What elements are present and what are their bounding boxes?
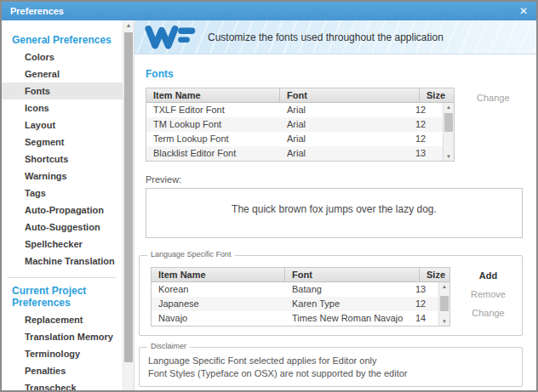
sidebar-item-fonts[interactable]: Fonts (2, 82, 123, 99)
column-header-item-name[interactable]: Item Name (152, 268, 285, 281)
table-cell: 14 (409, 311, 438, 326)
scroll-up-icon[interactable]: ▲ (439, 284, 449, 289)
sidebar-item-terminology[interactable]: Terminology (2, 345, 123, 362)
table-cell: Arial (280, 117, 409, 132)
language-table-header: Item Name Font Size (152, 268, 449, 282)
table-cell: 12 (409, 297, 438, 311)
fonts-table: Item Name Font Size TXLF Editor FontAria… (146, 88, 455, 162)
preferences-dialog: Preferences ✕ General Preferences Colors… (0, 0, 538, 392)
table-cell: Japanese (152, 297, 285, 311)
table-row[interactable]: Term Lookup FontArial12 (146, 132, 443, 146)
table-cell: Blacklist Editor Font (146, 146, 280, 161)
scrollbar-thumb[interactable] (124, 32, 133, 362)
sidebar: General Preferences ColorsGeneralFontsIc… (2, 20, 123, 392)
sidebar-item-warnings[interactable]: Warnings (2, 168, 123, 185)
language-font-table: Item Name Font Size KoreanBatang13Japane… (151, 267, 450, 327)
sidebar-item-transcheck[interactable]: Transcheck (2, 379, 123, 392)
change-font-button[interactable]: Change (477, 93, 510, 162)
sidebar-item-translation-memory[interactable]: Translation Memory (2, 328, 123, 345)
scrollbar-thumb[interactable] (440, 296, 449, 311)
sidebar-scrollbar[interactable]: ▲ (123, 20, 134, 392)
table-cell: Korean (152, 282, 285, 297)
sidebar-section-project: Current Project Preferences (12, 285, 123, 309)
table-cell: 12 (409, 103, 443, 117)
table-cell: Arial (280, 132, 409, 146)
table-cell: Karen Type (285, 297, 409, 311)
banner-tagline: Customize the fonts used throughout the … (208, 31, 444, 43)
preview-box: The quick brown fox jumps over the lazy … (146, 188, 523, 238)
column-header-size[interactable]: Size (420, 268, 449, 281)
sidebar-item-layout[interactable]: Layout (2, 116, 123, 134)
language-specific-font-legend: Language Specific Font (147, 250, 235, 258)
table-cell: Navajo (152, 311, 285, 326)
sidebar-item-colors[interactable]: Colors (2, 48, 123, 65)
fonts-table-rows: TXLF Editor FontArial12TM Lookup FontAri… (146, 103, 443, 161)
sidebar-item-replacement[interactable]: Replacement (2, 311, 123, 328)
table-cell: 12 (409, 132, 443, 146)
language-specific-font-group: Language Specific Font Item Name Font Si… (139, 255, 523, 336)
table-cell: Arial (280, 146, 409, 161)
column-header-item-name[interactable]: Item Name (146, 88, 280, 102)
sidebar-general-items: ColorsGeneralFontsIconsLayoutSegmentShor… (2, 48, 123, 270)
disclaimer-legend: Disclaimer (147, 342, 190, 350)
sidebar-item-auto-propagation[interactable]: Auto-Propagation (2, 202, 123, 219)
table-row[interactable]: KoreanBatang13 (152, 282, 438, 297)
scroll-up-icon[interactable]: ▲ (444, 105, 454, 110)
language-table-scrollbar[interactable]: ▲ ▼ (438, 282, 449, 326)
table-cell: 12 (409, 117, 443, 132)
table-row[interactable]: NavajoTimes New Roman Navajo14 (152, 311, 438, 326)
table-cell: Arial (280, 103, 409, 117)
column-header-size[interactable]: Size (420, 88, 454, 102)
table-cell: TM Lookup Font (146, 117, 280, 132)
fonts-heading: Fonts (146, 68, 523, 80)
title-bar: Preferences ✕ (2, 2, 536, 20)
close-icon[interactable]: ✕ (519, 6, 528, 16)
language-table-rows: KoreanBatang13JapaneseKaren Type12Navajo… (152, 282, 438, 326)
window-title: Preferences (10, 6, 64, 16)
sidebar-item-tags[interactable]: Tags (2, 185, 123, 202)
main-content: Customize the fonts used throughout the … (134, 20, 536, 392)
column-header-font[interactable]: Font (285, 268, 420, 281)
table-cell: Batang (285, 282, 409, 297)
scrollbar-thumb[interactable] (444, 113, 453, 132)
remove-language-font-button[interactable]: Remove (471, 289, 506, 299)
disclaimer-line-1: Language Specific Font selected applies … (148, 355, 513, 367)
table-row[interactable]: TXLF Editor FontArial12 (146, 103, 443, 117)
table-row[interactable]: Blacklist Editor FontArial13 (146, 146, 443, 161)
sidebar-item-penalties[interactable]: Penalties (2, 362, 123, 379)
disclaimer-group: Disclaimer Language Specific Font select… (139, 347, 523, 387)
disclaimer-line-2: Font Styles (Typeface on OSX) are not su… (148, 367, 513, 380)
table-row[interactable]: JapaneseKaren Type12 (152, 297, 438, 311)
sidebar-item-auto-suggestion[interactable]: Auto-Suggestion (2, 219, 123, 236)
table-cell: TXLF Editor Font (146, 103, 280, 117)
table-cell: Term Lookup Font (146, 132, 280, 146)
preview-label: Preview: (146, 174, 523, 185)
sidebar-item-machine-translation[interactable]: Machine Translation (2, 253, 123, 270)
fonts-table-scrollbar[interactable]: ▲ ▼ (443, 103, 454, 161)
sidebar-item-icons[interactable]: Icons (2, 99, 123, 116)
scroll-down-icon[interactable]: ▼ (444, 154, 454, 159)
column-header-font[interactable]: Font (280, 88, 420, 102)
sidebar-item-shortcuts[interactable]: Shortcuts (2, 151, 123, 168)
table-cell: Times New Roman Navajo (285, 311, 409, 326)
change-language-font-button[interactable]: Change (472, 308, 505, 318)
sidebar-item-segment[interactable]: Segment (2, 134, 123, 151)
sidebar-project-items: ReplacementTranslation MemoryTerminology… (2, 311, 123, 392)
table-row[interactable]: TM Lookup FontArial12 (146, 117, 443, 132)
sidebar-item-spellchecker[interactable]: Spellchecker (2, 236, 123, 253)
fonts-table-header: Item Name Font Size (146, 88, 454, 103)
preview-text: The quick brown fox jumps over the lazy … (232, 203, 437, 215)
scroll-up-icon[interactable]: ▲ (123, 22, 134, 28)
table-cell: 13 (409, 282, 438, 297)
sidebar-divider (8, 277, 116, 278)
banner: Customize the fonts used throughout the … (134, 20, 536, 54)
wordfast-logo-icon (143, 22, 197, 53)
add-language-font-button[interactable]: Add (479, 270, 497, 281)
scroll-down-icon[interactable]: ▼ (439, 319, 449, 324)
sidebar-item-general[interactable]: General (2, 65, 123, 82)
table-cell: 13 (409, 146, 443, 161)
sidebar-section-general: General Preferences (12, 34, 123, 46)
